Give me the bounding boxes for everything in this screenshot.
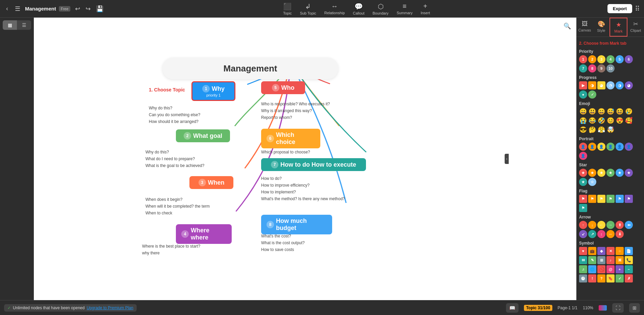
- export-button[interactable]: Export: [607, 4, 632, 13]
- arrow-right[interactable]: →: [606, 221, 615, 229]
- symbol-minus[interactable]: −: [625, 265, 633, 273]
- arrow-lr[interactable]: ↕: [597, 230, 605, 238]
- arrow-right-blue[interactable]: ⬅: [625, 221, 633, 229]
- progress-check[interactable]: ✓: [588, 90, 596, 99]
- central-topic[interactable]: Management: [162, 58, 338, 79]
- portrait-1[interactable]: 👤: [579, 143, 587, 151]
- priority-9[interactable]: 9: [597, 64, 605, 72]
- emoji-9[interactable]: 🤣: [597, 117, 605, 125]
- arrow-up[interactable]: ↑: [579, 221, 587, 229]
- emoji-5[interactable]: 😆: [616, 107, 624, 115]
- progress-5[interactable]: ◑: [616, 81, 624, 89]
- star-1[interactable]: ★: [579, 169, 587, 177]
- node-who[interactable]: 5 Who: [261, 81, 305, 94]
- star-2[interactable]: ★: [588, 169, 596, 177]
- symbol-at[interactable]: @: [606, 265, 615, 273]
- save-button[interactable]: 💾: [94, 4, 106, 14]
- symbol-x2[interactable]: ✗: [625, 274, 633, 282]
- symbol-edit[interactable]: ✎: [588, 256, 596, 264]
- symbol-x[interactable]: ✕: [606, 247, 615, 255]
- portrait-7[interactable]: 👤: [579, 152, 587, 160]
- tool-callout[interactable]: 💬 Callout: [353, 2, 364, 15]
- tool-insert[interactable]: + Insert: [421, 2, 430, 15]
- book-view-btn[interactable]: 📖: [506, 303, 519, 313]
- menu-button[interactable]: ☰: [13, 4, 22, 14]
- emoji-14[interactable]: 🤔: [588, 126, 596, 134]
- progress-6[interactable]: ◕: [625, 81, 633, 89]
- arrow-sw[interactable]: ↙: [579, 230, 587, 238]
- redo-button[interactable]: ↪: [84, 4, 93, 14]
- tab-clipart[interactable]: ✂ Clipart: [627, 18, 644, 37]
- symbol-plus[interactable]: +: [616, 265, 624, 273]
- list-view-btn[interactable]: ☰: [17, 20, 31, 30]
- tool-boundary[interactable]: ⬡ Boundary: [373, 2, 389, 15]
- flag-7[interactable]: ⚑: [579, 204, 587, 212]
- flag-3[interactable]: ⚑: [597, 195, 605, 203]
- symbol-sound[interactable]: ♬: [579, 265, 587, 273]
- search-button[interactable]: 🔍: [561, 21, 573, 31]
- star-7[interactable]: ★: [579, 178, 587, 186]
- node-howmuch[interactable]: 8 How much budget: [261, 215, 332, 234]
- tool-subtopic[interactable]: ↲ Sub Topic: [300, 2, 316, 15]
- star-4[interactable]: ★: [606, 169, 615, 177]
- star-6[interactable]: ★: [625, 169, 633, 177]
- undo-button[interactable]: ↩: [73, 4, 82, 14]
- portrait-2[interactable]: 👤: [588, 143, 596, 151]
- node-where[interactable]: 4 Where where: [176, 224, 232, 244]
- arrow-se[interactable]: ↗: [588, 230, 596, 238]
- node-what[interactable]: 2 What goal: [176, 129, 230, 142]
- priority-3[interactable]: 3: [597, 55, 605, 63]
- progress-1[interactable]: ▶: [579, 81, 587, 89]
- tool-summary[interactable]: ≡ Summary: [397, 2, 413, 15]
- upgrade-link[interactable]: Upgrade to Premium Plan: [87, 306, 133, 310]
- emoji-3[interactable]: 😄: [597, 107, 605, 115]
- symbol-purple[interactable]: ◆: [597, 247, 605, 255]
- symbol-heart[interactable]: ♥: [579, 247, 587, 255]
- priority-8[interactable]: 8: [588, 64, 596, 72]
- symbol-clock[interactable]: 🕐: [579, 274, 587, 282]
- priority-5[interactable]: 5: [616, 55, 624, 63]
- fullscreen-btn[interactable]: ⛶: [612, 303, 624, 313]
- priority-2[interactable]: 2: [588, 55, 596, 63]
- priority-1[interactable]: 1: [579, 55, 587, 63]
- layout-btn[interactable]: ⊞: [629, 303, 640, 313]
- tab-style[interactable]: 🎨 Style: [593, 18, 610, 37]
- tool-topic[interactable]: ⬛ Topic: [283, 2, 292, 15]
- flag-1[interactable]: ⚑: [579, 195, 587, 203]
- symbol-check[interactable]: ✓: [616, 274, 624, 282]
- portrait-5[interactable]: 👤: [616, 143, 624, 151]
- symbol-bag[interactable]: 💼: [588, 247, 596, 255]
- symbol-doc[interactable]: 📄: [625, 247, 633, 255]
- emoji-6[interactable]: 😢: [625, 107, 633, 115]
- emoji-10[interactable]: 😊: [606, 117, 615, 125]
- symbol-bookmark[interactable]: 🔖: [606, 274, 615, 282]
- canvas-area[interactable]: Management 1. Choose Topic 1 Why priorit…: [34, 18, 576, 300]
- priority-4[interactable]: 4: [606, 55, 615, 63]
- expand-panel-button[interactable]: ›: [505, 154, 509, 164]
- priority-10[interactable]: 10: [606, 64, 615, 72]
- arrow-rl[interactable]: ↔: [606, 230, 615, 238]
- symbol-grid[interactable]: ⊞: [597, 256, 605, 264]
- flag-4[interactable]: ⚑: [606, 195, 615, 203]
- card-view-btn[interactable]: ▦: [3, 20, 17, 30]
- portrait-6[interactable]: 👤: [625, 143, 633, 151]
- tool-relationship[interactable]: ↔ Relationship: [324, 2, 345, 15]
- flag-5[interactable]: ⚑: [616, 195, 624, 203]
- node-why[interactable]: 1 Why priority 1: [191, 81, 235, 101]
- flag-2[interactable]: ⚑: [588, 195, 596, 203]
- back-button[interactable]: ‹: [4, 4, 10, 14]
- emoji-12[interactable]: 🥰: [625, 117, 633, 125]
- emoji-8[interactable]: 😂: [588, 117, 596, 125]
- star-outline[interactable]: ☆: [588, 178, 596, 186]
- progress-3[interactable]: ◕: [597, 81, 605, 89]
- progress-7[interactable]: ●: [579, 90, 587, 99]
- symbol-globe[interactable]: 🌐: [588, 265, 596, 273]
- symbol-no[interactable]: 🚫: [597, 265, 605, 273]
- emoji-7[interactable]: 😭: [579, 117, 587, 125]
- progress-2[interactable]: ◑: [588, 81, 596, 89]
- symbol-mail[interactable]: ✉: [579, 256, 587, 264]
- symbol-o[interactable]: ○: [616, 247, 624, 255]
- portrait-4[interactable]: 👤: [606, 143, 615, 151]
- arrow-down[interactable]: ↓: [588, 221, 596, 229]
- node-which[interactable]: 6 Which choice: [261, 129, 320, 148]
